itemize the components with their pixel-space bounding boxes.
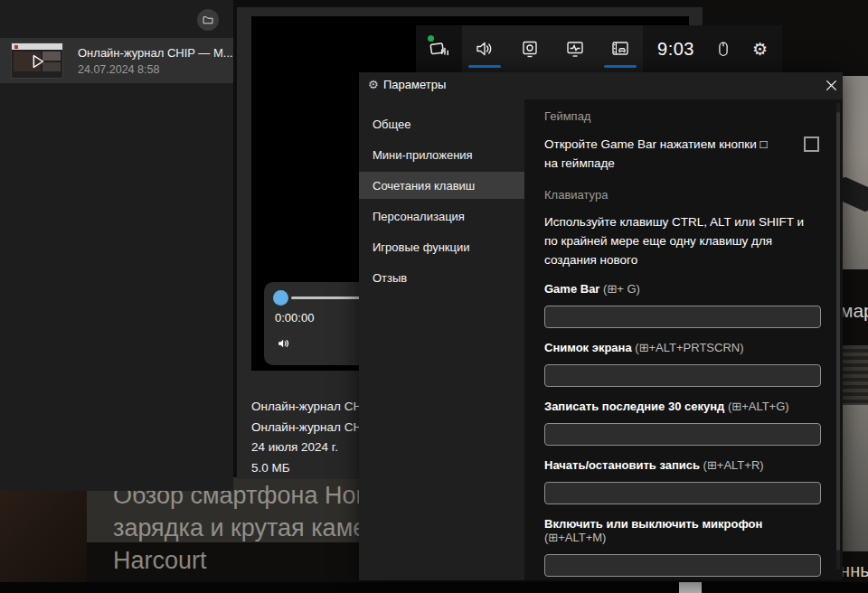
shortcut-input-start-stop[interactable] — [544, 482, 821, 504]
shortcut-name: Включить или выключить микрофон — [544, 517, 762, 531]
gallery-active-underline — [604, 65, 637, 68]
video-title-1: Онлайн-журнал CHIP — [251, 397, 373, 418]
video-date: 24 июля 2024 г. — [251, 438, 373, 458]
toolbar-widget-buttons — [462, 25, 643, 72]
gamepad-section-header: Геймпад — [544, 109, 819, 123]
gamepad-toggle-row: Откройте Game Bar нажатием кнопки □ на г… — [544, 135, 819, 173]
nav-item-shortcuts[interactable]: Сочетания клавиш — [359, 172, 524, 199]
taskbar — [0, 582, 868, 593]
video-details: Онлайн-журнал CHIP Онлайн-журнал CHIP 24… — [251, 397, 373, 478]
shortcut-input-screenshot[interactable] — [544, 364, 821, 387]
widgets-menu-button[interactable] — [416, 25, 462, 72]
mouse-icon[interactable] — [713, 39, 733, 59]
shortcut-name: Начать/остановить запись — [544, 458, 703, 472]
gallery-item-date: 24.07.2024 8:58 — [78, 63, 233, 76]
background-photo-left — [0, 491, 87, 593]
nav-item-widgets[interactable]: Мини-приложения — [359, 141, 524, 168]
toolbar-right-section: 9:03 ⚙ — [643, 25, 782, 72]
shortcut-label: Снимок экрана (⊞+ALT+PRTSCRN) — [544, 341, 819, 354]
gallery-item-title: Онлайн-журнал CHIP — М... — [78, 46, 233, 60]
audio-icon — [474, 38, 495, 60]
settings-gear-button[interactable]: ⚙ — [752, 41, 768, 58]
shortcut-hint: (⊞+ G) — [603, 282, 640, 296]
taskbar-app-button[interactable] — [679, 582, 702, 593]
settings-panel: ⚙ Параметры Общее Мини-приложения Сочета… — [359, 72, 843, 580]
keyboard-instruction: Используйте клавишу CTRL, ALT или SHIFT … — [544, 212, 819, 269]
nav-item-personalization[interactable]: Персонализация — [359, 202, 524, 230]
settings-nav: Общее Мини-приложения Сочетания клавиш П… — [359, 99, 524, 580]
shortcut-input-microphone[interactable] — [544, 554, 821, 577]
nav-item-gaming-features[interactable]: Игровые функции — [359, 233, 524, 260]
speaker-icon — [275, 334, 293, 353]
settings-header-gear-icon: ⚙ — [368, 79, 379, 90]
playback-time: 0:00:00 — [275, 311, 314, 325]
video-title-2: Онлайн-журнал CHIP — [251, 418, 373, 438]
gallery-panel: Онлайн-журнал CHIP — М... 24.07.2024 8:5… — [0, 0, 233, 491]
shortcut-field-microphone: Включить или выключить микрофон (⊞+ALT+M… — [544, 517, 819, 577]
nav-item-general[interactable]: Общее — [359, 110, 524, 137]
audio-widget-button[interactable] — [462, 25, 507, 72]
gallery-item-meta: Онлайн-журнал CHIP — М... 24.07.2024 8:5… — [78, 46, 233, 76]
shortcut-field-gamebar: Game Bar (⊞+ G) — [544, 282, 819, 328]
shortcut-field-screenshot: Снимок экрана (⊞+ALT+PRTSCRN) — [544, 341, 819, 387]
performance-widget-button[interactable] — [552, 25, 598, 72]
close-icon — [825, 79, 838, 92]
shortcut-hint: (⊞+ALT+M) — [544, 531, 606, 544]
gamepad-toggle-label: Откройте Game Bar нажатием кнопки □ на г… — [544, 135, 778, 173]
shortcut-field-start-stop: Начать/остановить запись (⊞+ALT+R) — [544, 458, 819, 504]
audio-active-underline — [468, 65, 501, 68]
shortcut-field-record-last: Записать последние 30 секунд (⊞+ALT+G) — [544, 400, 819, 446]
settings-title: Параметры — [383, 78, 446, 91]
shortcut-input-gamebar[interactable] — [544, 306, 821, 328]
gamebar-toolbar: 9:03 ⚙ — [416, 25, 782, 72]
settings-content: Геймпад Откройте Game Bar нажатием кнопк… — [524, 99, 843, 580]
shortcut-name: Game Bar — [544, 282, 603, 296]
gallery-icon — [609, 38, 631, 60]
background-photo-radiator — [843, 345, 868, 405]
keyboard-section-header: Клавиатура — [544, 188, 819, 202]
smartwatch-shape — [843, 176, 868, 212]
shortcut-hint: (⊞+ALT+PRTSCRN) — [635, 341, 743, 354]
shortcut-label: Записать последние 30 секунд (⊞+ALT+G) — [544, 400, 819, 413]
seek-handle[interactable] — [273, 290, 288, 306]
performance-icon — [564, 38, 586, 60]
shortcut-label: Начать/остановить запись (⊞+ALT+R) — [544, 458, 819, 472]
video-thumbnail — [11, 42, 63, 79]
shortcut-hint: (⊞+ALT+R) — [703, 458, 764, 472]
shortcut-hint: (⊞+ALT+G) — [728, 400, 789, 413]
capture-widget-button[interactable] — [507, 25, 552, 72]
volume-button[interactable] — [275, 334, 293, 353]
clock: 9:03 — [657, 39, 694, 60]
gamepad-open-checkbox[interactable] — [804, 136, 819, 152]
video-size: 5.0 МБ — [251, 458, 373, 479]
open-folder-button[interactable] — [197, 9, 219, 31]
background-photo-smartwatch — [843, 76, 868, 269]
nav-item-feedback[interactable]: Отзыв — [359, 264, 524, 291]
background-photo-couch — [843, 405, 868, 551]
background-text-fragment-top: март — [840, 300, 868, 322]
close-button[interactable] — [822, 76, 840, 94]
capture-icon — [519, 38, 541, 60]
shortcut-label: Game Bar (⊞+ G) — [544, 282, 819, 296]
scrollbar-thumb[interactable] — [836, 112, 840, 551]
shortcut-label: Включить или выключить микрофон (⊞+ALT+M… — [544, 517, 819, 544]
shortcut-name: Снимок экрана — [544, 341, 635, 354]
gallery-widget-button[interactable] — [598, 25, 643, 72]
gallery-item-selected[interactable]: Онлайн-журнал CHIP — М... 24.07.2024 8:5… — [0, 38, 233, 83]
settings-header: ⚙ Параметры — [359, 72, 843, 99]
folder-icon — [202, 14, 214, 26]
settings-scrollbar[interactable] — [836, 103, 840, 569]
thumbnail-browser-bar — [12, 43, 62, 50]
shortcut-input-record-last[interactable] — [544, 423, 821, 446]
shortcut-name: Записать последние 30 секунд — [544, 400, 728, 413]
status-green-dot — [428, 35, 434, 42]
play-icon — [27, 52, 47, 71]
